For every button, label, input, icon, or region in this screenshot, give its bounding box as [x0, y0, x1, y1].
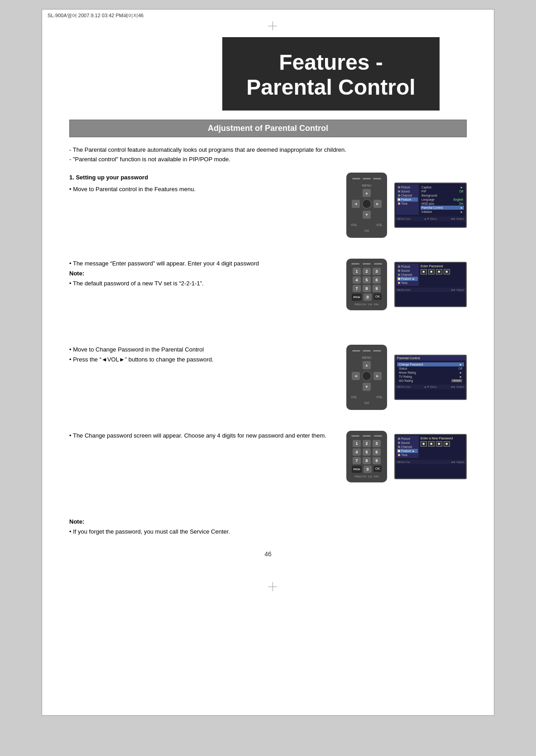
step-2-text: • The message “Enter password” will appe…	[69, 259, 346, 289]
parental-movie-rating: Movie Rating►	[397, 371, 464, 375]
dpad-left-2: ◄	[352, 372, 360, 380]
intro-line2: - "Parental control" function is not ava…	[69, 155, 467, 164]
tv-right-caption: Caption►	[421, 185, 464, 189]
top-crosshair	[268, 21, 277, 30]
tv-right-bg: Background	[421, 193, 464, 197]
pw-box-4: ■	[444, 269, 450, 274]
new-pw-box-2: ■	[428, 441, 435, 447]
tv-screen-4: Picture Sound Channel Feature ► Time Ent…	[394, 434, 467, 479]
tv-item-picture-4: Picture	[397, 437, 418, 441]
vol-right-2: VOL	[376, 395, 383, 399]
tv-item-time-4: Time	[397, 453, 418, 457]
num-prevch: P/CH	[352, 294, 362, 301]
dot-c4	[398, 446, 400, 448]
title-block: Features - Parental Control	[222, 37, 440, 111]
menu-label-2: MENU	[362, 356, 372, 359]
step-2-note-label: Note:	[69, 270, 84, 277]
new-pw-box-4: ■	[444, 441, 450, 447]
tv-item-feature-2: Feature ►	[397, 277, 418, 281]
tv-item-picture: Picture	[397, 185, 418, 189]
num2-ok: OK	[373, 466, 382, 472]
vol-label-left: VOL	[351, 223, 357, 226]
tv-menu-area-4: Picture Sound Channel Feature ► Time Ent…	[395, 435, 466, 459]
menu-label: MENU	[362, 184, 372, 187]
num2-3: 3	[373, 440, 381, 447]
num2-1: 1	[353, 440, 361, 447]
step-4-bullet1: • The Change password screen will appear…	[69, 431, 342, 441]
tv-right-init: Initialize►	[421, 210, 464, 214]
page-title-line2: Parental Control	[240, 75, 421, 100]
tv-right-lang: LanguageEnglish	[421, 197, 464, 202]
step-3-bullet1: • Move to Change Password in the Parenta…	[69, 345, 342, 355]
tv-move-label: ▲▼ Move	[424, 217, 436, 220]
tv-bottom-bar-2: MENU Exit ◄► Adjust	[395, 288, 466, 292]
intro-text: - The Parental control feature automatic…	[69, 145, 467, 164]
dpad-up-2: ▲	[363, 361, 371, 369]
step-1-title: 1. Setting up your password	[69, 173, 342, 183]
step-2-block: • The message “Enter password” will appe…	[69, 259, 467, 331]
pw-boxes: ■ ■ ■ ■	[421, 269, 464, 274]
pw-box-1: ■	[421, 269, 427, 274]
step-3-bullet2: • Press the “◄VOL►” buttons to change th…	[69, 355, 342, 365]
num2-prevch: P/CH	[352, 466, 362, 473]
tv-menu-area-2: Picture Sound Channel Feature ► Time Ent…	[395, 263, 466, 287]
ch-label: CH	[364, 229, 369, 232]
tv-adjust-4: ◄► Adjust	[450, 461, 464, 463]
pw-box-3: ■	[436, 269, 442, 274]
ch-label-num-2: CH	[368, 475, 372, 478]
new-pw-title: Enter a New Password	[421, 437, 464, 440]
dash3-3	[373, 350, 381, 352]
footer-note-text: • If you forget the password, you must c…	[69, 527, 467, 537]
tv-right-parental: Parental Control►	[421, 206, 464, 210]
prev-ch-label: PREV.CH	[354, 303, 366, 306]
page-number: 46	[69, 550, 467, 558]
content-area: Adjustment of Parental Control - The Par…	[42, 111, 494, 576]
step-3-visuals: MENU ▲ ▼ ◄ ► VOL VOL CH	[346, 345, 467, 410]
step-2-bullet2: • The default password of a new TV set i…	[69, 279, 342, 289]
step-4-block: • The Change password screen will appear…	[69, 431, 467, 503]
step-4-text: • The Change password screen will appear…	[69, 431, 346, 441]
num2-dash1	[351, 435, 359, 437]
dot-c2	[398, 274, 400, 276]
parental-tv-rating: TV Rating►	[397, 375, 464, 379]
ch-label-2: CH	[364, 401, 369, 404]
tv-move-3: ▲▼ Move	[424, 385, 436, 388]
tv-item-sound-2: Sound	[397, 269, 418, 273]
tv-select-label: ◄► Select	[450, 217, 464, 220]
tv-exit-label-2: MENU Exit	[397, 289, 410, 291]
tv-select-3: ◄► Select	[450, 385, 464, 388]
numpad-remote-1: 1 2 3 4 5 6 7 8 9 P/CH	[346, 259, 387, 310]
dpad-remote-2: MENU ▲ ▼ ◄ ► VOL VOL CH	[346, 345, 387, 410]
fav-label-2: FAV	[374, 475, 379, 478]
dash3	[373, 178, 381, 179]
num2-4: 4	[353, 448, 361, 456]
num-3: 3	[373, 268, 381, 275]
tv-item-feature-active: Feature	[397, 197, 418, 202]
step-3-block: • Move to Change Password in the Parenta…	[69, 345, 467, 417]
tv-exit-label: MENU Exit	[397, 217, 410, 220]
dot-time	[398, 202, 400, 205]
step-4-visuals: 1 2 3 4 5 6 7 8 9 P/CH	[346, 431, 467, 482]
num-8: 8	[363, 285, 371, 292]
tv-item-sound: Sound	[397, 189, 418, 193]
vol-left-2: VOL	[351, 395, 357, 399]
numrow2-1: 1 2 3	[353, 440, 381, 447]
tv-item-picture-2: Picture	[397, 265, 418, 269]
prev-ch-label-2: PREV.CH	[354, 475, 366, 478]
dot-p2	[398, 265, 400, 268]
num2-0: 0	[364, 466, 372, 473]
remote-top-dashes	[351, 178, 383, 179]
num-dash3	[374, 263, 382, 265]
num2-dash3	[374, 435, 382, 437]
dot-t2	[398, 282, 400, 284]
numrow-4: P/CH 0 OK	[352, 294, 382, 301]
tv-screen-1: Picture Sound Channel Feature	[394, 183, 467, 228]
tv-item-channel: Channel	[397, 193, 418, 197]
ch-label-num: CH	[368, 303, 372, 306]
page-title-line1: Features -	[240, 50, 421, 75]
section-header: Adjustment of Parental Control	[69, 120, 467, 137]
numpad-top-2	[350, 435, 383, 437]
dpad-remote-1: MENU ▲ ▼ ◄ ► VOL VOL CH	[346, 173, 387, 238]
dot-s2	[398, 270, 400, 272]
page: SL-900A영어 2007.9.12 03:42 PM페이지46 Featur…	[42, 9, 494, 716]
